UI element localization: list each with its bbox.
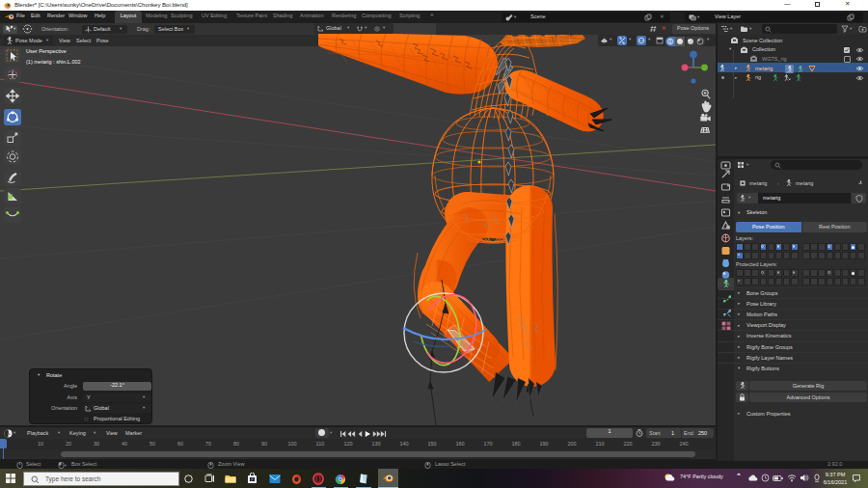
svg-text:+: + xyxy=(65,462,68,467)
